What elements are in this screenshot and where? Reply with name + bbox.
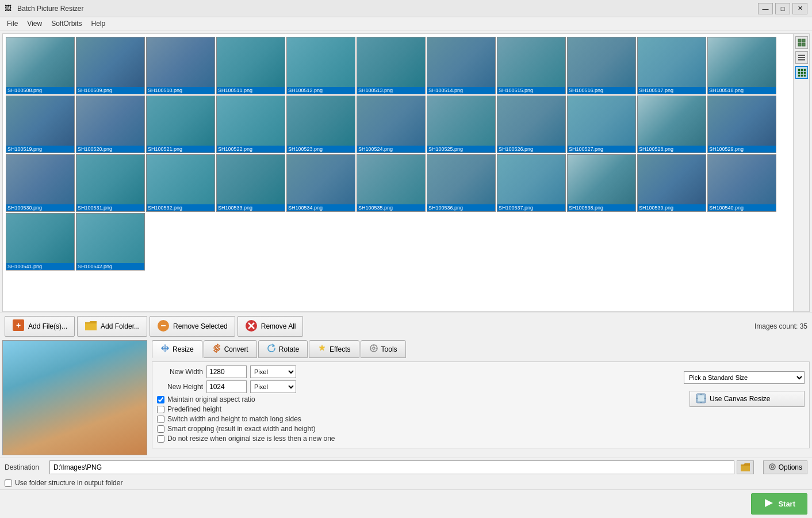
use-folder-structure-label[interactable]: Use folder structure in output folder [15, 479, 122, 487]
side-btn-1[interactable] [795, 36, 808, 49]
thumb-inner-21 [708, 96, 776, 142]
image-thumb-18[interactable]: SH100526.png [497, 96, 566, 153]
image-thumb-9[interactable]: SH100517.png [637, 37, 706, 94]
image-thumb-0[interactable]: SH100508.png [6, 37, 75, 94]
image-thumb-10[interactable]: SH100518.png [707, 37, 776, 94]
image-thumb-1[interactable]: SH100509.png [76, 37, 145, 94]
do-not-resize-checkbox[interactable] [157, 435, 164, 443]
smart-cropping-label[interactable]: Smart cropping (result in exact width an… [167, 425, 315, 433]
predefined-height-checkbox[interactable] [157, 406, 164, 413]
thumb-label-32: SH100540.png [708, 204, 776, 211]
svg-rect-4 [798, 55, 805, 56]
thumb-inner-34 [76, 214, 144, 260]
add-folder-button[interactable]: Add Folder... [77, 316, 147, 337]
remove-selected-button[interactable]: − Remove Selected [150, 316, 235, 337]
image-thumb-32[interactable]: SH100540.png [707, 154, 776, 212]
maintain-aspect-label[interactable]: Maintain original aspect ratio [167, 395, 255, 403]
predefined-height-label[interactable]: Predefined height [167, 405, 221, 413]
thumb-inner-22 [6, 155, 74, 201]
thumb-label-27: SH100535.png [357, 204, 425, 211]
menu-file[interactable]: File [2, 18, 22, 29]
use-folder-structure-checkbox[interactable] [5, 479, 12, 487]
add-files-button[interactable]: + Add File(s)... [5, 316, 75, 337]
image-thumb-24[interactable]: SH100532.png [146, 154, 215, 212]
destination-input[interactable] [49, 460, 734, 474]
use-folder-row: Use folder structure in output folder [0, 477, 812, 489]
use-canvas-resize-button[interactable]: Use Canvas Resize [690, 391, 805, 407]
new-width-input[interactable] [206, 365, 247, 378]
tab-convert[interactable]: Convert [204, 340, 257, 358]
image-thumb-28[interactable]: SH100536.png [427, 154, 496, 212]
width-unit-select[interactable]: PixelPercentInchcm [250, 365, 296, 378]
image-thumb-30[interactable]: SH100538.png [567, 154, 636, 212]
do-not-resize-label[interactable]: Do not resize when original size is less… [167, 435, 335, 443]
image-thumb-3[interactable]: SH100511.png [216, 37, 285, 94]
thumb-label-34: SH100542.png [76, 263, 144, 270]
standard-size-select[interactable]: Pick a Standard Size800x6001024x7681280x… [684, 371, 805, 384]
maintain-aspect-checkbox[interactable] [157, 396, 164, 403]
thumb-label-21: SH100529.png [708, 146, 776, 153]
thumb-label-8: SH100516.png [568, 87, 635, 94]
menu-help[interactable]: Help [87, 18, 110, 29]
height-unit-select[interactable]: PixelPercentInchcm [250, 380, 296, 393]
image-thumb-2[interactable]: SH100510.png [146, 37, 215, 94]
options-button[interactable]: Options [763, 460, 807, 474]
new-height-input[interactable] [206, 380, 247, 393]
image-thumb-14[interactable]: SH100522.png [216, 96, 285, 153]
svg-rect-1 [802, 39, 805, 42]
image-thumb-27[interactable]: SH100535.png [357, 154, 426, 212]
minimize-button[interactable]: — [758, 3, 773, 14]
image-thumb-11[interactable]: SH100519.png [6, 96, 75, 153]
switch-width-height-checkbox[interactable] [157, 416, 164, 423]
close-button[interactable]: ✕ [792, 3, 807, 14]
tab-tools-label: Tools [381, 345, 397, 353]
menu-softorbits[interactable]: SoftOrbits [47, 18, 86, 29]
image-thumb-34[interactable]: SH100542.png [76, 213, 145, 271]
image-thumb-26[interactable]: SH100534.png [286, 154, 355, 212]
image-thumb-13[interactable]: SH100521.png [146, 96, 215, 153]
destination-browse-button[interactable] [737, 460, 754, 474]
app-title: Batch Picture Resizer [17, 5, 758, 13]
side-btn-2[interactable] [795, 51, 808, 64]
image-thumb-20[interactable]: SH100528.png [637, 96, 706, 153]
image-thumb-31[interactable]: SH100539.png [637, 154, 706, 212]
maximize-button[interactable]: □ [775, 3, 790, 14]
image-thumb-8[interactable]: SH100516.png [567, 37, 636, 94]
image-grid-scroll[interactable]: SH100508.pngSH100509.pngSH100510.pngSH10… [3, 34, 793, 311]
image-thumb-22[interactable]: SH100530.png [6, 154, 75, 212]
thumb-label-30: SH100538.png [568, 204, 635, 211]
thumb-label-3: SH100511.png [217, 87, 285, 94]
image-thumb-5[interactable]: SH100513.png [357, 37, 426, 94]
image-thumb-25[interactable]: SH100533.png [216, 154, 285, 212]
thumb-inner-2 [147, 37, 215, 83]
svg-point-35 [769, 464, 775, 470]
image-thumb-29[interactable]: SH100537.png [497, 154, 566, 212]
thumb-inner-5 [357, 37, 425, 83]
thumb-label-23: SH100531.png [76, 204, 144, 211]
remove-all-button[interactable]: Remove All [238, 316, 304, 337]
image-thumb-15[interactable]: SH100523.png [286, 96, 355, 153]
image-thumb-21[interactable]: SH100529.png [707, 96, 776, 153]
image-thumb-6[interactable]: SH100514.png [427, 37, 496, 94]
switch-width-height-label[interactable]: Switch width and height to match long si… [167, 415, 301, 423]
menu-view[interactable]: View [22, 18, 47, 29]
image-thumb-17[interactable]: SH100525.png [427, 96, 496, 153]
canvas-resize-label: Use Canvas Resize [710, 395, 770, 403]
thumb-label-22: SH100530.png [6, 204, 74, 211]
tab-rotate[interactable]: Rotate [258, 340, 308, 358]
smart-cropping-checkbox[interactable] [157, 425, 164, 433]
image-thumb-12[interactable]: SH100520.png [76, 96, 145, 153]
image-thumb-19[interactable]: SH100527.png [567, 96, 636, 153]
image-thumb-7[interactable]: SH100515.png [497, 37, 566, 94]
image-thumb-33[interactable]: SH100541.png [6, 213, 75, 271]
start-button[interactable]: Start [751, 493, 807, 515]
tab-tools[interactable]: Tools [361, 340, 406, 358]
thumb-label-24: SH100532.png [147, 204, 215, 211]
tab-resize[interactable]: Resize [152, 340, 202, 358]
side-btn-3[interactable] [795, 66, 808, 79]
image-thumb-4[interactable]: SH100512.png [286, 37, 355, 94]
tab-effects[interactable]: Effects [309, 340, 359, 358]
svg-rect-30 [698, 395, 704, 402]
image-thumb-23[interactable]: SH100531.png [76, 154, 145, 212]
image-thumb-16[interactable]: SH100524.png [357, 96, 426, 153]
